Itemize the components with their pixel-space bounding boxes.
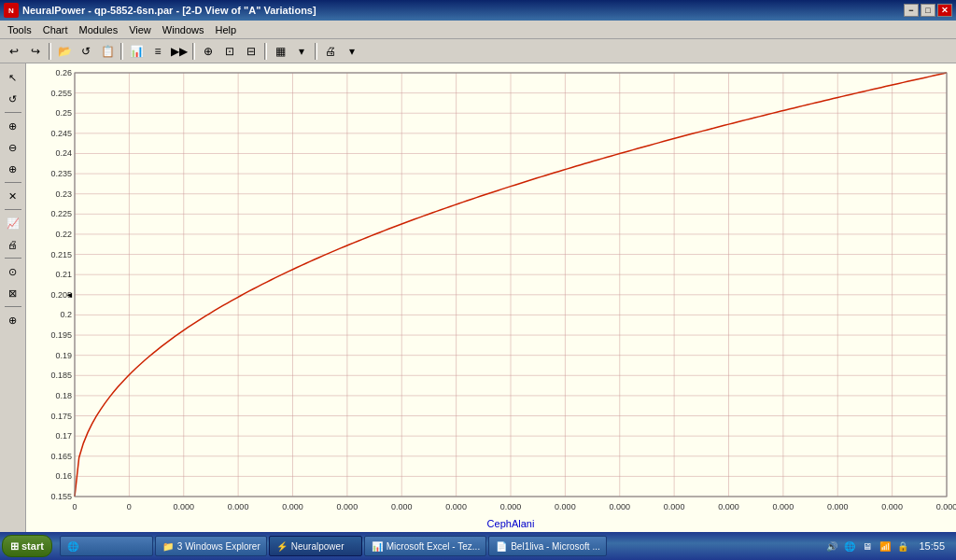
lt-square[interactable]: ⊠ (3, 283, 23, 303)
svg-text:0.185: 0.185 (50, 371, 72, 380)
menu-windows[interactable]: Windows (157, 23, 210, 36)
svg-text:0.16: 0.16 (55, 471, 72, 481)
tb-dropdown[interactable]: ▾ (342, 41, 362, 62)
ie-icon: 🌐 (66, 539, 79, 553)
svg-text:0.235: 0.235 (50, 169, 72, 178)
svg-text:0: 0 (72, 502, 77, 511)
svg-text:0.000: 0.000 (173, 502, 194, 511)
explorer-icon: 📁 (162, 539, 175, 553)
svg-text:0.000: 0.000 (555, 502, 576, 511)
svg-text:0.19: 0.19 (55, 351, 72, 360)
svg-text:0.000: 0.000 (718, 502, 739, 511)
svg-text:0.000: 0.000 (827, 502, 849, 511)
excel-icon: 📊 (371, 539, 384, 553)
tb-refresh[interactable]: ↺ (76, 41, 96, 62)
neuralpower-label: Neuralpower (291, 541, 344, 552)
svg-text:0.21: 0.21 (55, 270, 72, 279)
svg-text:◄: ◄ (65, 290, 74, 300)
menu-view[interactable]: View (123, 23, 157, 36)
start-button[interactable]: ⊞ start (2, 535, 52, 557)
word-label: Bel1liva - Microsoft ... (511, 541, 600, 552)
svg-text:0.000: 0.000 (881, 502, 903, 511)
svg-text:0.155: 0.155 (50, 492, 72, 501)
window-controls: − □ ✕ (904, 4, 952, 17)
taskbar-ie[interactable]: 🌐 (60, 536, 153, 556)
system-clock: 15:55 (913, 540, 950, 552)
taskbar-explorer[interactable]: 📁 3 Windows Explorer (155, 536, 267, 556)
svg-text:0.000: 0.000 (664, 502, 685, 511)
menu-modules[interactable]: Modules (74, 23, 124, 36)
tb-more[interactable]: ▾ (291, 41, 312, 62)
svg-text:0.215: 0.215 (50, 250, 72, 259)
title-bar: N NeuralPower - qp-5852-6sn.par - [2-D V… (0, 0, 956, 21)
main-area: ↖ ↺ ⊕ ⊖ ⊕ ✕ 📈 🖨 ⊙ ⊠ ⊕ 0.1550.160.1650.17… (0, 63, 956, 532)
svg-text:0.225: 0.225 (50, 209, 72, 218)
neuralpower-icon: ⚡ (275, 539, 288, 553)
tb-lines[interactable]: ≡ (148, 41, 168, 62)
svg-text:0.26: 0.26 (55, 68, 72, 77)
svg-text:0.000: 0.000 (337, 502, 358, 511)
lt-sep1 (5, 112, 21, 113)
tb-redo[interactable]: ↪ (25, 41, 46, 62)
window-title: NeuralPower - qp-5852-6sn.par - [2-D Vie… (22, 5, 904, 16)
svg-text:0.17: 0.17 (55, 431, 72, 441)
taskbar-word[interactable]: 📄 Bel1liva - Microsoft ... (488, 536, 607, 556)
taskbar-excel[interactable]: 📊 Microsoft Excel - Tez... (364, 536, 486, 556)
tb-chart[interactable]: 📊 (126, 41, 147, 62)
svg-text:0.18: 0.18 (55, 391, 72, 400)
toolbar: ↩ ↪ 📂 ↺ 📋 📊 ≡ ▶▶ ⊕ ⊡ ⊟ ▦ ▾ 🖨 ▾ (0, 39, 956, 63)
lt-print[interactable]: 🖨 (3, 234, 23, 255)
menu-tools[interactable]: Tools (2, 23, 37, 36)
svg-text:CephAlani: CephAlani (487, 518, 535, 529)
tb-sep3 (192, 43, 195, 60)
svg-text:0.000: 0.000 (228, 502, 249, 511)
tb-sep2 (120, 43, 123, 60)
tb-fit[interactable]: ⊟ (241, 41, 261, 62)
tb-grid[interactable]: ▦ (270, 41, 290, 62)
tb-sep4 (264, 43, 267, 60)
lt-zoomin[interactable]: ⊕ (3, 116, 23, 136)
svg-text:0.000: 0.000 (773, 502, 794, 511)
tray-icon-5: 🔒 (895, 539, 910, 553)
lt-select[interactable]: ↖ (3, 67, 23, 88)
lt-sep5 (5, 306, 21, 307)
lt-add[interactable]: ⊕ (3, 310, 23, 330)
maximize-button[interactable]: □ (921, 4, 935, 17)
svg-text:0.195: 0.195 (50, 330, 72, 340)
menu-help[interactable]: Help (209, 23, 242, 36)
lt-chart[interactable]: 📈 (3, 213, 23, 233)
menu-chart[interactable]: Chart (37, 23, 74, 36)
tb-copy[interactable]: 📋 (97, 41, 118, 62)
taskbar-neuralpower[interactable]: ⚡ Neuralpower (269, 536, 362, 556)
svg-text:0.165: 0.165 (50, 452, 72, 461)
lt-zoomout[interactable]: ⊖ (3, 137, 23, 158)
lt-circle[interactable]: ⊙ (3, 261, 23, 282)
tb-sep5 (315, 43, 317, 60)
tb-forward[interactable]: ▶▶ (169, 41, 190, 62)
tb-sep1 (49, 43, 51, 60)
app-icon: N (4, 3, 19, 18)
lt-zoom2[interactable]: ⊕ (3, 159, 23, 179)
svg-text:0.175: 0.175 (50, 412, 72, 421)
svg-text:0.000: 0.000 (391, 502, 413, 511)
lt-mark[interactable]: ✕ (3, 186, 23, 206)
svg-text:0.000: 0.000 (936, 502, 956, 511)
lt-rotate[interactable]: ↺ (3, 89, 23, 109)
svg-text:0.22: 0.22 (55, 230, 72, 239)
menu-bar: Tools Chart Modules View Windows Help (0, 21, 956, 39)
tb-export[interactable]: 🖨 (320, 41, 341, 62)
svg-text:0.2: 0.2 (60, 310, 72, 319)
close-button[interactable]: ✕ (937, 4, 952, 17)
svg-text:0.000: 0.000 (609, 502, 630, 511)
lt-sep2 (5, 182, 21, 183)
tb-open[interactable]: 📂 (54, 41, 75, 62)
minimize-button[interactable]: − (904, 4, 919, 17)
lt-sep3 (5, 209, 21, 210)
tray-icon-4: 📶 (878, 539, 893, 553)
tb-zoomin[interactable]: ⊕ (198, 41, 218, 62)
tb-zoomout[interactable]: ⊡ (219, 41, 240, 62)
tb-undo[interactable]: ↩ (4, 41, 24, 62)
taskbar: ⊞ start 🌐 📁 3 Windows Explorer ⚡ Neuralp… (0, 532, 956, 560)
svg-text:0.000: 0.000 (500, 502, 522, 511)
chart-container: 0.1550.160.1650.170.1750.180.1850.190.19… (26, 63, 956, 532)
